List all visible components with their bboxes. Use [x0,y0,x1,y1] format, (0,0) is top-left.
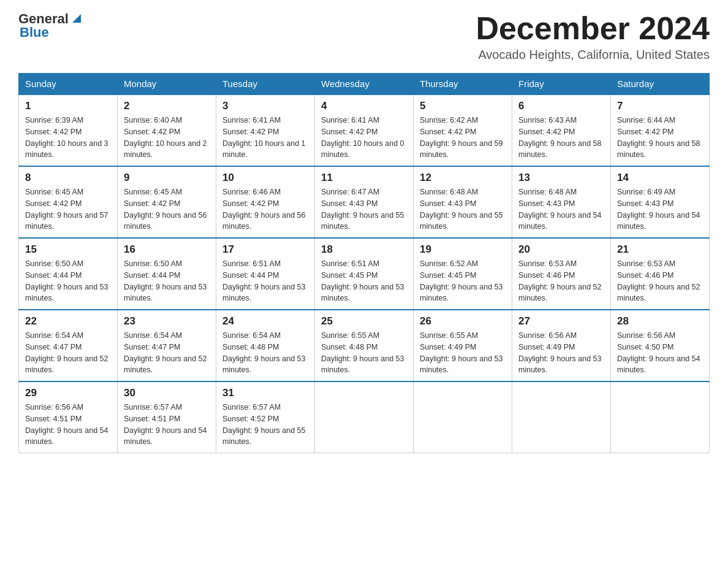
calendar-cell: 3 Sunrise: 6:41 AM Sunset: 4:42 PM Dayli… [216,94,315,166]
calendar-cell: 4 Sunrise: 6:41 AM Sunset: 4:42 PM Dayli… [315,94,414,166]
day-number: 9 [124,172,210,184]
day-number: 1 [25,100,111,112]
day-number: 8 [25,172,111,184]
calendar-cell: 15 Sunrise: 6:50 AM Sunset: 4:44 PM Dayl… [19,238,118,310]
day-number: 27 [518,315,604,327]
calendar-cell: 23 Sunrise: 6:54 AM Sunset: 4:47 PM Dayl… [118,310,216,381]
day-info: Sunrise: 6:56 AM Sunset: 4:51 PM Dayligh… [25,402,111,448]
day-number: 20 [518,243,604,256]
day-number: 12 [420,172,506,184]
calendar-cell: 8 Sunrise: 6:45 AM Sunset: 4:42 PM Dayli… [19,166,118,238]
day-info: Sunrise: 6:49 AM Sunset: 4:43 PM Dayligh… [617,186,703,232]
col-monday: Monday [118,74,216,95]
day-info: Sunrise: 6:45 AM Sunset: 4:42 PM Dayligh… [25,186,111,232]
calendar-cell: 11 Sunrise: 6:47 AM Sunset: 4:43 PM Dayl… [315,166,414,238]
calendar-header-row: Sunday Monday Tuesday Wednesday Thursday… [19,74,710,95]
col-saturday: Saturday [611,74,710,95]
day-info: Sunrise: 6:45 AM Sunset: 4:42 PM Dayligh… [124,186,210,232]
day-info: Sunrise: 6:51 AM Sunset: 4:45 PM Dayligh… [321,258,407,304]
col-friday: Friday [512,74,611,95]
logo-blue-text: Blue [20,26,83,39]
day-info: Sunrise: 6:53 AM Sunset: 4:46 PM Dayligh… [617,258,703,304]
day-info: Sunrise: 6:54 AM Sunset: 4:48 PM Dayligh… [222,330,308,376]
calendar-cell: 22 Sunrise: 6:54 AM Sunset: 4:47 PM Dayl… [19,310,118,381]
day-number: 10 [222,172,308,184]
day-number: 24 [222,315,308,327]
day-number: 28 [617,315,703,327]
month-title: December 2024 [476,12,710,44]
day-number: 14 [617,172,703,184]
calendar-cell: 19 Sunrise: 6:52 AM Sunset: 4:45 PM Dayl… [414,238,512,310]
col-wednesday: Wednesday [315,74,414,95]
day-info: Sunrise: 6:56 AM Sunset: 4:49 PM Dayligh… [518,330,604,376]
day-info: Sunrise: 6:52 AM Sunset: 4:45 PM Dayligh… [420,258,506,304]
calendar-cell: 20 Sunrise: 6:53 AM Sunset: 4:46 PM Dayl… [512,238,611,310]
day-number: 22 [25,315,111,327]
day-info: Sunrise: 6:46 AM Sunset: 4:42 PM Dayligh… [222,186,308,232]
calendar-week-row: 29 Sunrise: 6:56 AM Sunset: 4:51 PM Dayl… [19,381,710,453]
calendar-cell: 26 Sunrise: 6:55 AM Sunset: 4:49 PM Dayl… [414,310,512,381]
day-number: 26 [420,315,506,327]
day-info: Sunrise: 6:55 AM Sunset: 4:49 PM Dayligh… [420,330,506,376]
calendar-cell: 10 Sunrise: 6:46 AM Sunset: 4:42 PM Dayl… [216,166,315,238]
calendar-cell: 18 Sunrise: 6:51 AM Sunset: 4:45 PM Dayl… [315,238,414,310]
col-tuesday: Tuesday [216,74,315,95]
calendar-cell: 17 Sunrise: 6:51 AM Sunset: 4:44 PM Dayl… [216,238,315,310]
logo-general-text: General [18,12,69,26]
day-info: Sunrise: 6:50 AM Sunset: 4:44 PM Dayligh… [25,258,111,304]
day-number: 23 [124,315,210,327]
day-info: Sunrise: 6:41 AM Sunset: 4:42 PM Dayligh… [222,115,308,161]
day-number: 6 [518,100,604,112]
day-info: Sunrise: 6:51 AM Sunset: 4:44 PM Dayligh… [222,258,308,304]
day-number: 31 [222,387,308,399]
day-info: Sunrise: 6:57 AM Sunset: 4:52 PM Dayligh… [222,402,308,448]
day-info: Sunrise: 6:44 AM Sunset: 4:42 PM Dayligh… [617,115,703,161]
calendar-cell: 13 Sunrise: 6:48 AM Sunset: 4:43 PM Dayl… [512,166,611,238]
calendar-cell: 28 Sunrise: 6:56 AM Sunset: 4:50 PM Dayl… [611,310,710,381]
day-info: Sunrise: 6:54 AM Sunset: 4:47 PM Dayligh… [124,330,210,376]
day-info: Sunrise: 6:55 AM Sunset: 4:48 PM Dayligh… [321,330,407,376]
title-area: December 2024 Avocado Heights, Californi… [476,12,710,62]
day-info: Sunrise: 6:57 AM Sunset: 4:51 PM Dayligh… [124,402,210,448]
calendar-cell: 24 Sunrise: 6:54 AM Sunset: 4:48 PM Dayl… [216,310,315,381]
calendar-cell: 1 Sunrise: 6:39 AM Sunset: 4:42 PM Dayli… [19,94,118,166]
calendar-cell: 2 Sunrise: 6:40 AM Sunset: 4:42 PM Dayli… [118,94,216,166]
calendar-table: Sunday Monday Tuesday Wednesday Thursday… [18,73,710,453]
day-number: 11 [321,172,407,184]
day-info: Sunrise: 6:42 AM Sunset: 4:42 PM Dayligh… [420,115,506,161]
calendar-cell: 25 Sunrise: 6:55 AM Sunset: 4:48 PM Dayl… [315,310,414,381]
svg-marker-0 [72,14,81,23]
day-info: Sunrise: 6:50 AM Sunset: 4:44 PM Dayligh… [124,258,210,304]
day-info: Sunrise: 6:40 AM Sunset: 4:42 PM Dayligh… [124,115,210,161]
calendar-cell: 9 Sunrise: 6:45 AM Sunset: 4:42 PM Dayli… [118,166,216,238]
header: General Blue December 2024 Avocado Heigh… [18,12,710,62]
logo-triangle-icon [70,12,83,25]
day-number: 3 [222,100,308,112]
day-number: 7 [617,100,703,112]
day-info: Sunrise: 6:41 AM Sunset: 4:42 PM Dayligh… [321,115,407,161]
calendar-cell [611,381,710,453]
day-info: Sunrise: 6:54 AM Sunset: 4:47 PM Dayligh… [25,330,111,376]
calendar-cell: 31 Sunrise: 6:57 AM Sunset: 4:52 PM Dayl… [216,381,315,453]
calendar-cell: 6 Sunrise: 6:43 AM Sunset: 4:42 PM Dayli… [512,94,611,166]
calendar-week-row: 22 Sunrise: 6:54 AM Sunset: 4:47 PM Dayl… [19,310,710,381]
calendar-cell: 29 Sunrise: 6:56 AM Sunset: 4:51 PM Dayl… [19,381,118,453]
day-info: Sunrise: 6:43 AM Sunset: 4:42 PM Dayligh… [518,115,604,161]
calendar-cell: 7 Sunrise: 6:44 AM Sunset: 4:42 PM Dayli… [611,94,710,166]
day-number: 19 [420,243,506,256]
day-number: 4 [321,100,407,112]
day-number: 17 [222,243,308,256]
calendar-cell [512,381,611,453]
calendar-cell: 27 Sunrise: 6:56 AM Sunset: 4:49 PM Dayl… [512,310,611,381]
col-sunday: Sunday [19,74,118,95]
day-number: 16 [124,243,210,256]
calendar-cell [315,381,414,453]
location: Avocado Heights, California, United Stat… [476,48,710,62]
calendar-week-row: 8 Sunrise: 6:45 AM Sunset: 4:42 PM Dayli… [19,166,710,238]
calendar-cell [414,381,512,453]
day-number: 5 [420,100,506,112]
day-info: Sunrise: 6:53 AM Sunset: 4:46 PM Dayligh… [518,258,604,304]
day-info: Sunrise: 6:48 AM Sunset: 4:43 PM Dayligh… [420,186,506,232]
day-info: Sunrise: 6:48 AM Sunset: 4:43 PM Dayligh… [518,186,604,232]
calendar-cell: 30 Sunrise: 6:57 AM Sunset: 4:51 PM Dayl… [118,381,216,453]
